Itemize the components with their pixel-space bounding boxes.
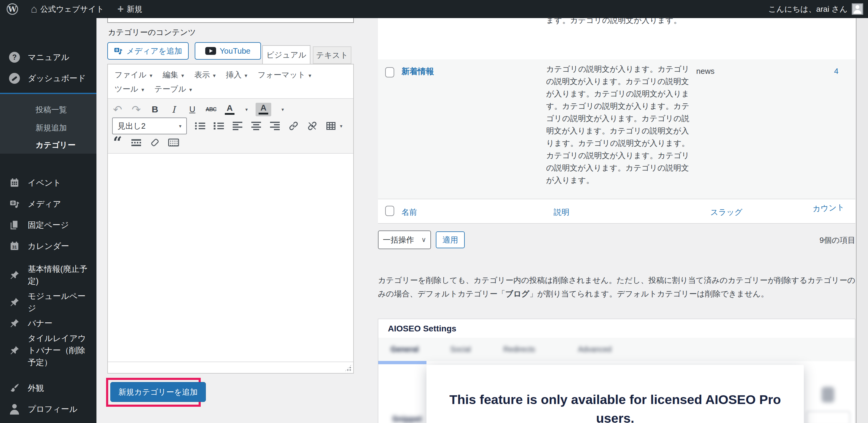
calendar-31-icon: 31 [8, 241, 21, 251]
greeting-link[interactable]: こんにちは、arai さん [768, 4, 847, 14]
submenu-item-post-list[interactable]: 投稿一覧 [0, 102, 96, 118]
brush-icon [8, 383, 21, 393]
submenu-item-categories[interactable]: カテゴリー [0, 137, 96, 153]
editor-status-bar [108, 362, 353, 373]
aioseo-snippet-label: Snippet [392, 415, 422, 423]
submenu-item-add-new[interactable]: 新規追加 [0, 120, 96, 136]
table-icon[interactable] [326, 122, 336, 130]
format-select[interactable]: 見出し2▾ [112, 118, 187, 134]
table-caret-icon[interactable]: ▾ [340, 123, 342, 129]
sidebar-item-calendar[interactable]: 31 カレンダー [0, 236, 96, 257]
sidebar-item-manual[interactable]: ? マニュアル [0, 47, 96, 68]
numbered-list-icon[interactable] [213, 123, 224, 129]
sidebar-item-basic-info[interactable]: 基本情報(廃止予定) [0, 259, 96, 292]
add-media-button[interactable]: メディアを追加 [107, 42, 189, 60]
default-category-name: ブログ [505, 289, 530, 298]
aioseo-settings-card: AIOSEO Settings General Social Redirects… [378, 319, 855, 423]
column-header-name[interactable]: 名前 [401, 207, 417, 218]
menu-file[interactable]: ファイル [115, 68, 152, 82]
pages-icon [8, 220, 21, 230]
bullet-list-icon[interactable] [195, 123, 206, 129]
editor-toolbar: ↶ ↷ B I U ABC A ▾ A ▾ 見出し2▾ [108, 98, 353, 154]
menu-view[interactable]: 表示 [194, 68, 216, 82]
column-header-count[interactable]: カウント [812, 202, 845, 214]
dashboard-icon [8, 73, 21, 84]
link-icon[interactable] [288, 121, 299, 131]
align-right-icon[interactable] [270, 122, 280, 130]
youtube-button[interactable]: YouTube [195, 42, 261, 60]
bold-button[interactable]: B [150, 104, 160, 115]
italic-button[interactable]: I [168, 104, 179, 115]
scrolled-input-bottom[interactable] [107, 18, 354, 23]
aioseo-tab-general[interactable]: General [391, 345, 418, 354]
sidebar-item-module-page[interactable]: モジュールページ [0, 292, 96, 313]
home-icon[interactable]: ⌂ [31, 4, 37, 14]
row-checkbox[interactable] [385, 67, 394, 77]
sidebar-item-profile[interactable]: プロフィール [0, 399, 96, 420]
sidebar-item-dashboard[interactable]: ダッシュボード [0, 68, 96, 89]
sidebar-item-events[interactable]: イベント [0, 172, 96, 193]
admin-bar: W ⌂ 公式ウェブサイト + 新規 こんにちは、arai さん [0, 0, 868, 18]
sidebar-item-tile-layout-banner[interactable]: タイルレイアウトバナー（削除予定） [0, 328, 96, 373]
menu-table[interactable]: テーブル [154, 82, 192, 96]
menu-tools[interactable]: ツール [115, 82, 144, 96]
aioseo-title: AIOSEO Settings [388, 324, 456, 333]
unlink-icon[interactable] [307, 121, 318, 131]
blockquote-icon[interactable] [112, 138, 123, 147]
read-more-tag-icon[interactable] [131, 139, 142, 146]
editor-content-area[interactable] [108, 154, 353, 362]
background-color-caret-icon[interactable]: ▾ [281, 107, 284, 112]
column-header-description[interactable]: 説明 [554, 207, 569, 218]
user-icon [8, 404, 21, 415]
site-name-link[interactable]: 公式ウェブサイト [40, 4, 104, 14]
sidebar-item-appearance[interactable]: 外観 [0, 378, 96, 399]
select-all-checkbox[interactable] [385, 206, 394, 216]
menu-edit[interactable]: 編集 [162, 68, 184, 82]
lock-icon [822, 387, 834, 402]
youtube-icon [205, 47, 216, 55]
text-color-caret-icon[interactable]: ▾ [245, 107, 248, 112]
category-count-link[interactable]: 4 [834, 67, 838, 76]
table-footer-header: 名前 説明 スラッグ カウント [378, 199, 855, 224]
sidebar-item-pages[interactable]: 固定ページ [0, 215, 96, 236]
column-header-slug[interactable]: スラッグ [710, 207, 742, 218]
aioseo-pro-message: This feature is only available for licen… [442, 390, 788, 423]
new-content-link[interactable]: 新規 [127, 4, 142, 14]
category-name-link[interactable]: 新着情報 [401, 66, 434, 77]
user-avatar[interactable] [852, 3, 863, 15]
menu-format[interactable]: フォーマット [258, 68, 311, 82]
bulk-action-select[interactable]: 一括操作 ∨ [378, 230, 431, 249]
align-center-icon[interactable] [251, 122, 261, 130]
tab-visual[interactable]: ビジュアル [262, 45, 310, 64]
aioseo-tab-advanced[interactable]: Advanced [578, 345, 612, 354]
keyboard-shortcuts-icon[interactable] [168, 139, 179, 147]
format-select-caret-icon: ▾ [179, 123, 181, 129]
category-slug: news [696, 67, 715, 76]
menu-insert[interactable]: 挿入 [226, 68, 247, 82]
aioseo-tab-redirects[interactable]: Redirects [503, 345, 535, 354]
calendar-icon [8, 178, 21, 188]
sidebar-item-media[interactable]: メディア [0, 193, 96, 215]
aioseo-pro-modal: This feature is only available for licen… [427, 365, 804, 423]
align-left-icon[interactable] [232, 122, 243, 130]
text-color-button[interactable]: A [224, 104, 235, 115]
strikethrough-button[interactable]: ABC [206, 106, 216, 113]
redo-icon[interactable]: ↷ [131, 103, 142, 116]
apply-button[interactable]: 適用 [436, 231, 465, 248]
undo-icon[interactable]: ↶ [112, 103, 123, 116]
wordpress-logo-icon[interactable]: W [7, 3, 18, 15]
admin-bar-right: こんにちは、arai さん [768, 3, 868, 15]
underline-button[interactable]: U [187, 104, 198, 114]
resize-grip-icon[interactable] [344, 364, 352, 372]
visual-editor: ファイル 編集 表示 挿入 フォーマット ツール テーブル ↶ ↷ B I U … [107, 64, 354, 373]
page-scrollbar[interactable] [856, 18, 868, 423]
pushpin-icon [8, 345, 21, 356]
tab-text[interactable]: テキスト [313, 46, 351, 64]
aioseo-tab-social[interactable]: Social [450, 345, 471, 354]
add-media-icon [114, 46, 123, 56]
clear-formatting-icon[interactable] [150, 139, 160, 147]
add-new-category-button[interactable]: 新規カテゴリーを追加 [110, 382, 206, 402]
plus-icon[interactable]: + [117, 4, 124, 14]
background-color-button[interactable]: A [255, 103, 271, 116]
category-description: カテゴリの説明文が入ります。カテゴリの説明文が入ります。カテゴリの説明文が入りま… [546, 63, 690, 187]
